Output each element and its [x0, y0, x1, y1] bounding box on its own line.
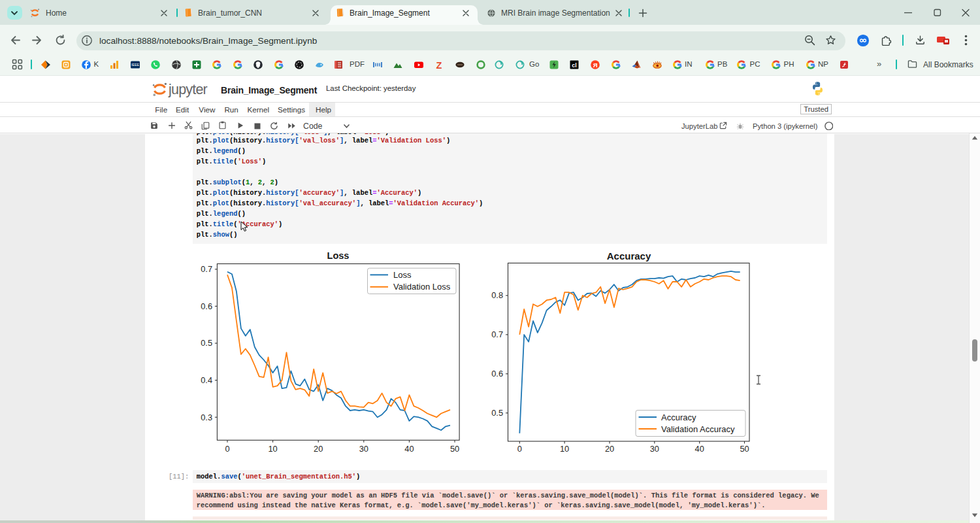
svg-text:Validation Accuracy: Validation Accuracy — [661, 424, 735, 434]
svg-text:0.6: 0.6 — [201, 301, 212, 311]
svg-text:Loss: Loss — [327, 250, 350, 261]
svg-text:0: 0 — [517, 444, 522, 454]
svg-text:50: 50 — [450, 444, 459, 454]
svg-text:20: 20 — [314, 444, 323, 454]
svg-text:IEEE: IEEE — [131, 63, 139, 67]
svg-text:Loss: Loss — [393, 270, 412, 280]
svg-text:0.6: 0.6 — [491, 369, 503, 379]
svg-text:Validation Loss: Validation Loss — [393, 282, 451, 292]
svg-text:Я: Я — [593, 61, 598, 68]
svg-text:0.7: 0.7 — [201, 264, 212, 274]
svg-text:0.3: 0.3 — [201, 413, 212, 422]
svg-text:Accuracy: Accuracy — [607, 250, 651, 262]
svg-text:Z: Z — [436, 59, 442, 70]
svg-text:30: 30 — [359, 444, 368, 454]
svg-text:Accuracy: Accuracy — [661, 413, 696, 422]
svg-text:30: 30 — [650, 444, 659, 454]
svg-text:20: 20 — [605, 444, 614, 454]
svg-text:cl: cl — [572, 61, 578, 68]
svg-text:0.5: 0.5 — [491, 408, 503, 418]
svg-text:0: 0 — [225, 444, 229, 454]
svg-text:0.4: 0.4 — [201, 375, 212, 385]
svg-text:40: 40 — [695, 444, 704, 454]
svg-text:0.8: 0.8 — [491, 290, 503, 300]
svg-text:10: 10 — [268, 444, 277, 454]
svg-text:50: 50 — [740, 444, 749, 454]
svg-text:0.7: 0.7 — [491, 329, 503, 339]
svg-text:0.5: 0.5 — [201, 338, 212, 348]
svg-text:10: 10 — [560, 444, 569, 454]
svg-text:40: 40 — [404, 444, 414, 454]
